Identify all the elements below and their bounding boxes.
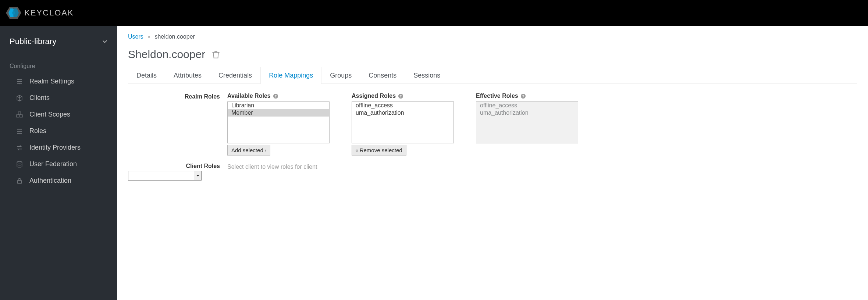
assigned-roles-label: Assigned Roles — [352, 93, 396, 99]
realm-name: Public-library — [10, 37, 56, 46]
client-roles-label: Client Roles — [128, 163, 220, 169]
tab-credentials[interactable]: Credentials — [210, 67, 260, 84]
breadcrumb-parent[interactable]: Users — [128, 33, 143, 40]
svg-point-4 — [20, 81, 21, 82]
svg-rect-8 — [18, 112, 21, 114]
sidebar-section-label: Configure — [0, 56, 117, 73]
breadcrumb-current: sheldon.cooper — [154, 33, 195, 40]
brand-logo[interactable]: KEYCLOAK — [6, 6, 74, 19]
trash-icon[interactable] — [212, 50, 220, 58]
realm-selector[interactable]: Public-library — [0, 30, 117, 56]
sidebar-item-clients[interactable]: Clients — [0, 90, 117, 106]
svg-point-3 — [18, 79, 19, 80]
help-icon[interactable]: ? — [273, 93, 278, 99]
sidebar-item-label: Identity Providers — [29, 144, 81, 151]
tab-attributes[interactable]: Attributes — [165, 67, 210, 84]
available-roles-listbox[interactable]: Librarian Member — [227, 101, 330, 143]
cubes-icon — [16, 111, 23, 118]
chevron-left-icon: « — [356, 148, 358, 153]
chevron-down-icon — [102, 39, 107, 44]
app-header: KEYCLOAK — [0, 0, 868, 26]
effective-role-option: offline_access — [476, 102, 578, 109]
sliders-icon — [16, 78, 23, 85]
keycloak-logo-icon — [6, 6, 21, 19]
client-roles-hint: Select client to view roles for client — [227, 164, 317, 170]
tab-groups[interactable]: Groups — [321, 67, 360, 84]
tab-sessions[interactable]: Sessions — [405, 67, 449, 84]
sidebar-item-label: Authentication — [29, 177, 71, 185]
page-title: Sheldon.cooper — [128, 48, 205, 61]
client-select-value — [128, 171, 194, 180]
help-icon[interactable]: ? — [398, 93, 403, 99]
assigned-roles-listbox[interactable]: offline_access uma_authorization — [352, 101, 454, 143]
tab-consents[interactable]: Consents — [360, 67, 405, 84]
sidebar-item-client-scopes[interactable]: Client Scopes — [0, 106, 117, 123]
svg-text:?: ? — [274, 94, 277, 98]
tab-role-mappings[interactable]: Role Mappings — [260, 67, 321, 84]
assigned-role-option[interactable]: uma_authorization — [352, 109, 453, 117]
breadcrumb-separator: » — [148, 34, 150, 39]
svg-rect-7 — [20, 115, 22, 117]
sidebar-item-identity-providers[interactable]: Identity Providers — [0, 139, 117, 156]
brand-text: KEYCLOAK — [24, 8, 74, 18]
available-role-option[interactable]: Member — [228, 109, 329, 117]
exchange-icon — [16, 144, 23, 151]
assigned-role-option[interactable]: offline_access — [352, 102, 453, 109]
tabs: Details Attributes Credentials Role Mapp… — [128, 67, 857, 84]
effective-roles-label: Effective Roles — [476, 93, 518, 99]
main-content: Users » sheldon.cooper Sheldon.cooper De… — [117, 26, 868, 300]
database-icon — [16, 161, 23, 168]
cube-icon — [16, 95, 23, 101]
sidebar-item-roles[interactable]: Roles — [0, 123, 117, 139]
sidebar-item-label: User Federation — [29, 160, 77, 168]
svg-text:?: ? — [400, 94, 402, 98]
sidebar-item-user-federation[interactable]: User Federation — [0, 156, 117, 172]
svg-point-9 — [17, 161, 22, 163]
list-icon — [16, 128, 23, 135]
breadcrumb: Users » sheldon.cooper — [128, 33, 857, 40]
dropdown-arrow-icon[interactable] — [194, 171, 201, 180]
chevron-right-icon: › — [265, 148, 266, 153]
svg-rect-6 — [17, 115, 19, 117]
effective-roles-listbox: offline_access uma_authorization — [476, 101, 578, 143]
realm-roles-label: Realm Roles — [128, 93, 227, 100]
effective-role-option: uma_authorization — [476, 109, 578, 117]
remove-selected-button[interactable]: « Remove selected — [352, 145, 406, 156]
sidebar-item-authentication[interactable]: Authentication — [0, 172, 117, 189]
client-select[interactable] — [128, 171, 202, 181]
sidebar: Public-library Configure Realm Settings … — [0, 26, 117, 300]
sidebar-item-label: Roles — [29, 127, 46, 135]
svg-text:?: ? — [522, 94, 524, 98]
sidebar-item-label: Realm Settings — [29, 78, 74, 85]
sidebar-item-realm-settings[interactable]: Realm Settings — [0, 73, 117, 90]
help-icon[interactable]: ? — [520, 93, 526, 99]
add-selected-button[interactable]: Add selected › — [227, 145, 270, 156]
tab-details[interactable]: Details — [128, 67, 165, 84]
svg-point-5 — [18, 83, 19, 84]
lock-icon — [16, 178, 23, 184]
svg-rect-10 — [17, 180, 21, 183]
sidebar-item-label: Client Scopes — [29, 111, 70, 118]
available-roles-label: Available Roles — [227, 93, 271, 99]
available-role-option[interactable]: Librarian — [228, 102, 329, 109]
sidebar-item-label: Clients — [29, 94, 50, 102]
